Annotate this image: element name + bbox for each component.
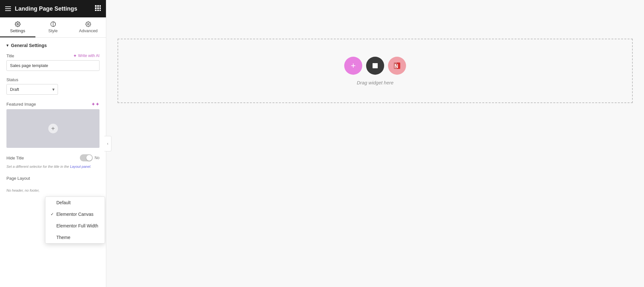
elementor-widget-icon[interactable]: [366, 57, 384, 75]
hide-title-info: Set a different selector for the title i…: [0, 163, 106, 173]
tab-settings-label: Settings: [10, 28, 25, 33]
status-field-group: Status Draft Published Private ▼: [0, 75, 106, 99]
tab-style-label: Style: [48, 28, 58, 33]
add-widget-icon[interactable]: +: [344, 57, 362, 75]
drag-widget-text: Drag widget here: [357, 80, 393, 85]
tab-style[interactable]: Style: [35, 17, 71, 37]
layout-panel-link[interactable]: Layout panel: [70, 165, 90, 168]
svg-rect-2: [99, 5, 101, 7]
status-select-wrapper: Draft Published Private ▼: [6, 84, 58, 95]
page-layout-field-group: Page Layout: [0, 173, 106, 187]
featured-image-upload[interactable]: +: [6, 109, 99, 148]
title-field-group: Title ✦ Write with AI: [0, 51, 106, 75]
collapse-sidebar-button[interactable]: ‹: [104, 136, 111, 151]
plus-icon: +: [351, 61, 355, 71]
news-icon: N: [393, 62, 401, 70]
check-icon-elementor-canvas: ✓: [51, 212, 54, 216]
tabs-bar: Settings Style Advanced: [0, 17, 106, 38]
svg-rect-4: [97, 7, 99, 9]
general-settings-section: ▾ General Settings: [0, 38, 106, 51]
svg-rect-0: [95, 5, 97, 7]
hide-title-label: Hide Title: [6, 156, 24, 160]
grid-apps-icon[interactable]: [95, 5, 101, 13]
ai-featured-icon[interactable]: ✦✦: [91, 101, 99, 107]
svg-rect-5: [99, 7, 101, 9]
sidebar-header: Landing Page Settings: [0, 0, 106, 17]
hide-title-toggle[interactable]: [80, 154, 93, 161]
status-select[interactable]: Draft Published Private: [6, 84, 58, 95]
hide-title-value: No: [95, 156, 99, 160]
sidebar-title: Landing Page Settings: [15, 5, 91, 12]
news-icon-circle[interactable]: N: [388, 57, 406, 75]
svg-rect-8: [99, 10, 101, 11]
tab-advanced[interactable]: Advanced: [71, 17, 106, 37]
hide-title-toggle-wrapper: No: [80, 154, 99, 161]
svg-text:N: N: [394, 63, 398, 69]
title-field-label: Title ✦ Write with AI: [6, 53, 99, 58]
svg-rect-12: [373, 63, 378, 68]
main-canvas-area: + N Drag widget: [106, 0, 644, 287]
featured-image-label: Featured Image ✦✦: [6, 101, 99, 107]
svg-rect-1: [97, 5, 99, 7]
tab-settings[interactable]: Settings: [0, 17, 35, 37]
svg-rect-3: [95, 7, 97, 9]
no-header-footer-text: No header, no footer,: [0, 187, 106, 197]
status-field-label: Status: [6, 77, 99, 82]
section-title: General Settings: [11, 43, 47, 48]
svg-rect-6: [95, 10, 97, 11]
stop-icon: [371, 62, 379, 70]
svg-point-9: [17, 24, 19, 25]
sparkle-icon: ✦: [73, 53, 77, 58]
hamburger-menu-icon[interactable]: [5, 6, 11, 11]
page-layout-dropdown: ✓ Default ✓ Elementor Canvas ✓ Elementor…: [45, 196, 105, 244]
section-arrow-icon: ▾: [6, 43, 8, 48]
title-input[interactable]: [6, 60, 99, 71]
sidebar: Landing Page Settings Settings Style: [0, 0, 106, 287]
canvas-icons-row: + N: [344, 57, 406, 75]
canvas-drop-zone[interactable]: + N Drag widget: [118, 39, 633, 103]
dropdown-option-elementor-full-width[interactable]: ✓ Elementor Full Width: [45, 220, 105, 232]
hide-title-row: Hide Title No: [0, 152, 106, 163]
dropdown-option-theme[interactable]: ✓ Theme: [45, 232, 105, 243]
toggle-knob: [86, 155, 92, 161]
featured-image-field-group: Featured Image ✦✦ +: [0, 99, 106, 152]
add-image-icon: +: [48, 124, 58, 133]
tab-advanced-label: Advanced: [79, 28, 98, 33]
collapse-arrow-icon: ‹: [107, 141, 109, 146]
svg-point-11: [88, 24, 89, 25]
canvas-container: + N Drag widget: [106, 0, 644, 287]
svg-rect-7: [97, 10, 99, 11]
page-layout-label: Page Layout: [6, 176, 99, 181]
dropdown-option-elementor-canvas[interactable]: ✓ Elementor Canvas: [45, 208, 105, 220]
dropdown-option-default[interactable]: ✓ Default: [45, 197, 105, 208]
write-with-ai-button[interactable]: ✦ Write with AI: [73, 53, 99, 58]
